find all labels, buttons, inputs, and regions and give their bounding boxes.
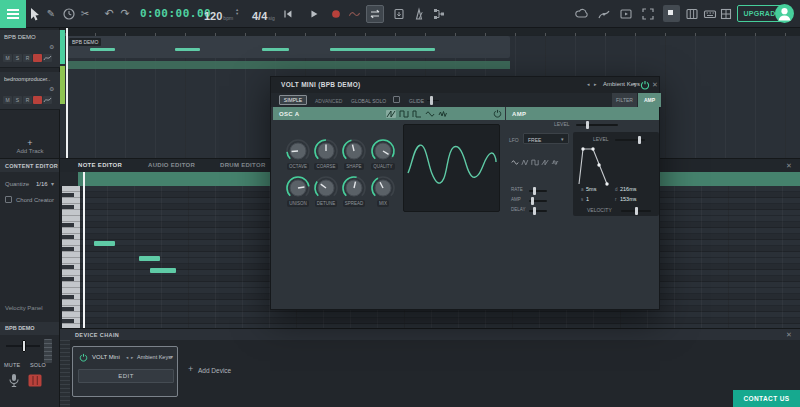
chord-creator-checkbox[interactable]: [5, 196, 12, 203]
mixer-panel-icon[interactable]: [663, 5, 680, 22]
clock-tool-icon[interactable]: [62, 7, 76, 21]
add-track-button[interactable]: + Add Track: [0, 138, 60, 160]
track-settings-icon[interactable]: ⚙: [49, 85, 54, 92]
fullscreen-icon[interactable]: [641, 7, 655, 21]
bpm-stepper[interactable]: ▴▾: [236, 8, 238, 16]
tab-drum-editor[interactable]: DRUM EDITOR: [220, 162, 266, 168]
redo-icon[interactable]: ↷: [118, 6, 132, 20]
midi-note[interactable]: [139, 256, 160, 261]
device-power-button[interactable]: [79, 353, 88, 362]
editor-close-icon[interactable]: ✕: [786, 162, 792, 170]
osc-wave-saw-icon[interactable]: [386, 110, 396, 118]
lfo-triangle-icon[interactable]: [521, 159, 529, 166]
bpm-control[interactable]: 120bpm: [204, 6, 233, 24]
automation-curve-icon[interactable]: [597, 7, 611, 21]
global-solo-checkbox[interactable]: [393, 96, 400, 103]
track-settings-icon[interactable]: ⚙: [49, 43, 54, 50]
osc-wave-sine-icon[interactable]: [425, 110, 435, 118]
bpm-value[interactable]: 120: [204, 10, 222, 22]
timeline-ruler[interactable]: [60, 28, 800, 36]
knob-detune[interactable]: [313, 175, 339, 201]
panel-grid-icon[interactable]: [719, 7, 733, 21]
preset-caret-icon[interactable]: ▾: [633, 80, 636, 87]
knob-quality[interactable]: [370, 138, 396, 164]
track-bedroomproducer[interactable]: bedroomproducer.. ⚙ M S R: [0, 72, 60, 110]
velocity-panel-toggle[interactable]: Velocity Panel: [5, 305, 43, 311]
quantize-caret-icon[interactable]: ▾: [51, 180, 54, 187]
device-edit-button[interactable]: EDIT: [78, 369, 174, 383]
midi-keys-icon[interactable]: [28, 374, 42, 387]
tab-audio-editor[interactable]: AUDIO EDITOR: [148, 162, 195, 168]
time-signature-control[interactable]: 4/4sig: [252, 6, 275, 24]
video-icon[interactable]: [619, 7, 633, 21]
amp-level-slider[interactable]: [576, 124, 618, 126]
track-automation-icon[interactable]: [43, 54, 52, 62]
add-device-button[interactable]: Add Device: [198, 367, 231, 374]
plugin-titlebar[interactable]: VOLT MINI (BPB DEMO) ◂ ▸ Ambient Keys ▾ …: [271, 77, 659, 93]
knob-octave[interactable]: [285, 138, 311, 164]
lfo-sine-icon[interactable]: [511, 159, 519, 166]
lfo-mode-dropdown[interactable]: FREE ▾: [523, 133, 569, 144]
split-tool-icon[interactable]: ✂: [78, 7, 92, 21]
volume-fader[interactable]: [6, 345, 40, 347]
track-arm-button[interactable]: R: [23, 96, 32, 104]
midi-clip[interactable]: BPB DEMO: [66, 36, 510, 58]
track-name[interactable]: bedroomproducer..: [4, 76, 56, 82]
track-bpb-demo[interactable]: BPB DEMO ⚙ M S R: [0, 30, 60, 68]
quantize-value[interactable]: 1/16: [36, 181, 48, 187]
knob-mix[interactable]: [370, 175, 396, 201]
device-preset-name[interactable]: Ambient Keys: [137, 354, 171, 360]
env-level-slider[interactable]: [615, 139, 645, 141]
tab-filter[interactable]: FILTER: [612, 93, 637, 107]
track-record-button[interactable]: [33, 54, 42, 62]
menu-icon[interactable]: [0, 0, 26, 28]
lfo-rate-slider[interactable]: [529, 190, 547, 192]
draw-tool-icon[interactable]: ✎: [44, 7, 58, 21]
tab-note-editor[interactable]: NOTE EDITOR: [78, 162, 122, 168]
play-icon[interactable]: [308, 8, 320, 20]
plugin-close-button[interactable]: ✕: [652, 81, 658, 89]
midi-note[interactable]: [94, 241, 115, 246]
glide-toggle[interactable]: [427, 100, 439, 101]
track-name[interactable]: BPB DEMO: [4, 34, 56, 40]
tab-simple[interactable]: SIMPLE: [279, 95, 307, 105]
lfo-square-icon[interactable]: [531, 159, 539, 166]
lfo-delay-slider[interactable]: [529, 210, 547, 212]
go-to-start-icon[interactable]: [282, 8, 294, 20]
midi-import-icon[interactable]: [392, 7, 406, 21]
track-mute-button[interactable]: M: [3, 54, 12, 62]
loop-toggle[interactable]: [366, 5, 384, 23]
track-automation-icon[interactable]: [43, 96, 52, 104]
contact-us-button[interactable]: CONTACT US: [733, 390, 800, 407]
lfo-amp-slider[interactable]: [529, 200, 547, 202]
tab-advanced[interactable]: ADVANCED: [315, 98, 342, 104]
sig-value[interactable]: 4/4: [252, 10, 267, 22]
device-preset-prev-icon[interactable]: ◂: [126, 355, 128, 360]
track-arm-button[interactable]: R: [23, 54, 32, 62]
audio-clip-strip[interactable]: [66, 61, 510, 69]
track-solo-button[interactable]: S: [13, 96, 22, 104]
user-avatar[interactable]: [775, 4, 794, 23]
bpm-down-icon[interactable]: ▾: [236, 12, 238, 16]
knob-coarse[interactable]: [313, 138, 339, 164]
preset-prev-icon[interactable]: ◂: [587, 81, 590, 87]
track-solo-button[interactable]: S: [13, 54, 22, 62]
device-preset-next-icon[interactable]: ▸: [131, 355, 133, 360]
preset-next-icon[interactable]: ▸: [594, 81, 597, 87]
routing-icon[interactable]: [432, 7, 446, 21]
plugin-power-button[interactable]: [640, 80, 650, 90]
automation-wave-icon[interactable]: [348, 8, 361, 20]
midi-note[interactable]: [150, 268, 176, 273]
osc-wave-pulse-icon[interactable]: [412, 110, 422, 118]
solo-button[interactable]: SOLO: [30, 362, 46, 368]
knob-unison[interactable]: [285, 175, 311, 201]
typing-keyboard-icon[interactable]: [703, 7, 717, 21]
piano-keyboard-icon[interactable]: [685, 7, 699, 21]
device-card-volt-mini[interactable]: VOLT Mini ◂ ▸ Ambient Keys ▾ EDIT: [72, 346, 178, 397]
track-mute-button[interactable]: M: [3, 96, 12, 104]
mute-button[interactable]: MUTE: [4, 362, 20, 368]
velocity-slider[interactable]: [621, 210, 651, 212]
add-device-plus-icon[interactable]: +: [188, 364, 193, 374]
track-record-button[interactable]: [33, 96, 42, 104]
piano-keys[interactable]: [62, 186, 80, 328]
